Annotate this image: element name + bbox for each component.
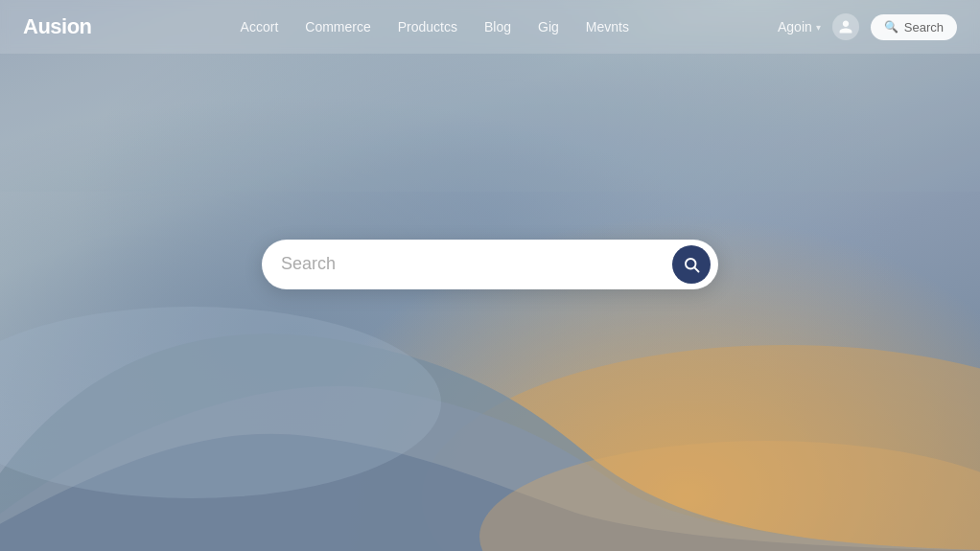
avatar-icon[interactable] — [832, 13, 859, 40]
nav-link-productcs[interactable]: Productcs — [398, 19, 457, 34]
main-search-input[interactable] — [281, 254, 672, 274]
chevron-down-icon: ▾ — [816, 22, 821, 33]
nav-item-blog[interactable]: Blog — [484, 18, 511, 35]
nav-item-productcs[interactable]: Productcs — [398, 18, 457, 35]
main-search-container — [262, 240, 718, 289]
nav-link-commerce[interactable]: Commerce — [305, 19, 370, 34]
hero-content — [0, 54, 980, 551]
nav-item-gig[interactable]: Gig — [538, 18, 559, 35]
user-icon — [838, 19, 853, 34]
nav-item-accort[interactable]: Accort — [241, 18, 279, 35]
nav-link-accort[interactable]: Accort — [241, 19, 279, 34]
nav-item-commerce[interactable]: Commerce — [305, 18, 370, 35]
svg-line-5 — [694, 267, 698, 271]
nav-link-mevnts[interactable]: Mevnts — [586, 19, 629, 34]
nav-links: Accort Commerce Productcs Blog Gig Mevnt… — [241, 18, 629, 35]
navbar: Ausion Accort Commerce Productcs Blog Gi… — [0, 0, 980, 54]
nav-search-label: Search — [904, 20, 944, 34]
login-label: Agoin — [778, 19, 812, 34]
nav-right: Agoin ▾ 🔍 Search — [778, 13, 957, 40]
main-search-button[interactable] — [672, 245, 711, 284]
login-dropdown[interactable]: Agoin ▾ — [778, 19, 821, 34]
search-icon-small: 🔍 — [884, 20, 898, 34]
nav-link-blog[interactable]: Blog — [484, 19, 511, 34]
logo[interactable]: Ausion — [23, 14, 92, 39]
nav-link-gig[interactable]: Gig — [538, 19, 559, 34]
nav-item-mevnts[interactable]: Mevnts — [586, 18, 629, 35]
nav-search-button[interactable]: 🔍 Search — [871, 14, 957, 40]
search-icon — [683, 256, 700, 273]
